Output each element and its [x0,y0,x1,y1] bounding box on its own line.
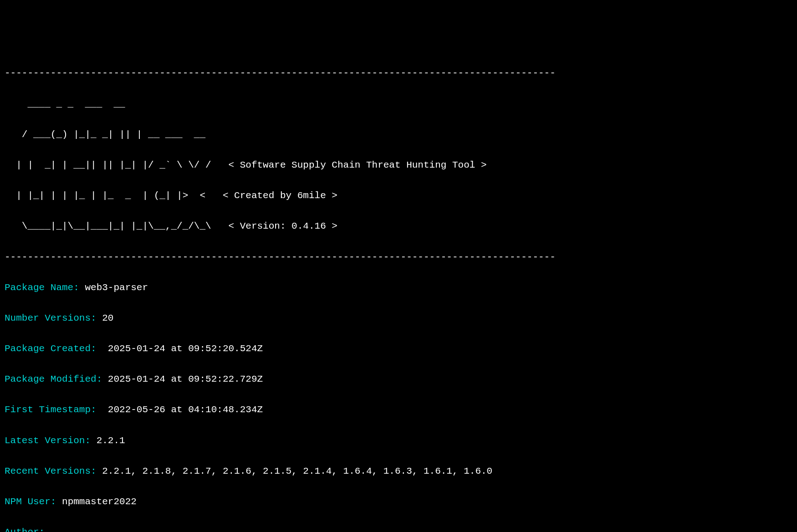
field-recent-versions: Recent Versions: 2.2.1, 2.1.8, 2.1.7, 2.… [5,464,792,479]
tagline-author: < Created by 6mile > [223,190,337,201]
field-package-created: Package Created: 2025-01-24 at 09:52:20.… [5,341,792,357]
ascii-art-line-1: ____ _ _ ___ __ [5,97,792,112]
field-package-modified: Package Modified: 2025-01-24 at 09:52:22… [5,372,792,387]
field-latest-version: Latest Version: 2.2.1 [5,433,792,449]
field-number-versions: Number Versions: 20 [5,311,792,326]
ascii-art-line-4: | |_| | | |_ | |_ _ | (_| |> < < Created… [5,188,792,204]
ascii-art-line-5: \____|_|\__|___|_| |_|\__,_/_/\_\ < Vers… [5,219,792,234]
field-first-timestamp: First Timestamp: 2022-05-26 at 04:10:48.… [5,402,792,418]
ascii-art-line-3: | | _| | __|| || |_| |/ _` \ \/ / < Soft… [5,158,792,173]
divider-header: ----------------------------------------… [5,250,792,265]
field-package-name: Package Name: web3-parser [5,280,792,296]
ascii-art-line-2: / ___(_) |_|_ _| || | __ ___ __ [5,127,792,143]
field-author: Author: [5,525,792,532]
field-npm-user: NPM User: npmmaster2022 [5,494,792,510]
divider-top: ----------------------------------------… [5,66,792,81]
tagline-tool: < Software Supply Chain Threat Hunting T… [229,160,487,170]
tagline-version: < Version: 0.4.16 > [229,221,337,231]
